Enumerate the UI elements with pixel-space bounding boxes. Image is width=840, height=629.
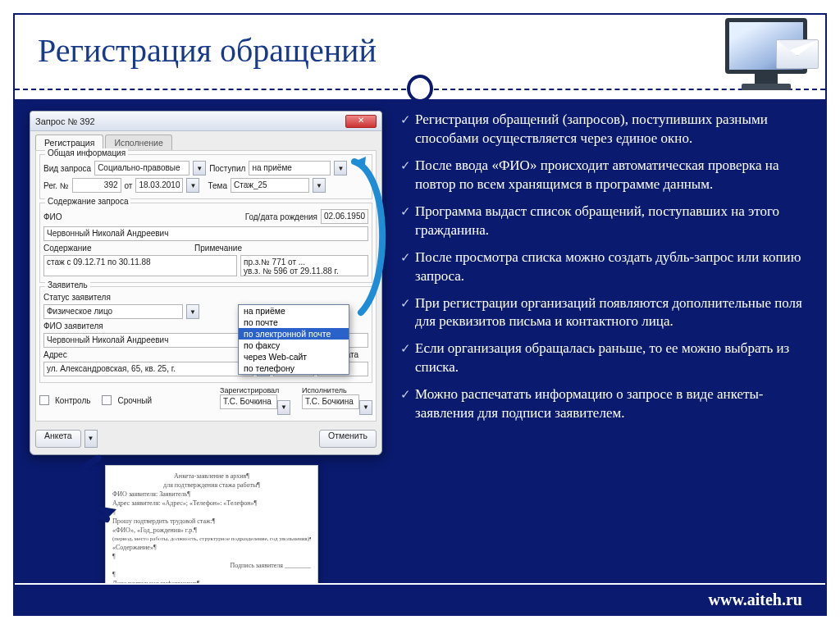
callout-arrow-icon <box>66 454 123 527</box>
doc-line: ФИО заявителя: Заявитель¶ <box>112 490 311 498</box>
footer-url: www.aiteh.ru <box>709 590 802 609</box>
executor-field[interactable]: Т.С. Бочкина <box>302 394 359 409</box>
label-registered-by: Зарегистрировал <box>220 386 290 394</box>
label-control: Контроль <box>55 396 90 405</box>
address-field[interactable]: ул. Александровская, 65, кв. 25, г. <box>43 362 253 376</box>
received-dropdown-button[interactable]: ▼ <box>334 161 347 175</box>
dialog-title: Запрос № 392 <box>35 116 345 126</box>
theme-dropdown-button[interactable]: ▼ <box>313 178 326 193</box>
label-theme: Тема <box>208 181 227 190</box>
label-fio: ФИО <box>43 212 65 221</box>
doc-line: «ФИО», «Год_рождения» г.р.¶ <box>112 526 311 534</box>
divider-ring-icon <box>407 75 433 102</box>
callout-arrow-icon <box>349 157 399 321</box>
doc-line: «Содержание»¶ <box>112 544 311 551</box>
anketa-button[interactable]: Анкета <box>35 430 81 448</box>
doc-line: Адрес заявителя: «Адрес»; «Телефон»: «Те… <box>112 499 311 507</box>
type-field[interactable]: Социально-правовые <box>94 161 189 175</box>
page-title: Регистрация обращений <box>38 31 802 70</box>
label-address: Адрес <box>43 350 260 359</box>
label-received: Поступил <box>209 164 245 173</box>
dropdown-option[interactable]: по телефону <box>239 362 349 374</box>
label-note: Примечание <box>194 244 242 253</box>
dropdown-option[interactable]: по почте <box>239 317 349 328</box>
regno-field[interactable]: 392 <box>72 178 121 193</box>
registered-by-dropdown-button[interactable]: ▼ <box>277 400 290 415</box>
monitor-email-icon <box>717 18 815 100</box>
label-regno: Рег. № <box>43 181 69 190</box>
doc-line: Подпись заявителя ________ <box>112 562 311 569</box>
cancel-button[interactable]: Отменить <box>319 430 377 448</box>
doc-line: ¶ <box>112 508 311 516</box>
label-type: Вид запроса <box>43 164 91 173</box>
status-dropdown-button[interactable]: ▼ <box>186 304 199 319</box>
group-general-title: Общая информация <box>45 148 128 157</box>
status-field[interactable]: Физическое лицо <box>43 304 183 319</box>
theme-field[interactable]: Стаж_25 <box>231 178 309 193</box>
doc-line: для подтверждения стажа работы¶ <box>112 481 311 489</box>
control-checkbox[interactable] <box>39 395 49 405</box>
received-field[interactable]: на приёме <box>249 161 331 175</box>
bullet-item: Регистрация обращений (запросов), поступ… <box>400 111 810 148</box>
label-fio-applicant: ФИО заявителя <box>43 321 103 330</box>
group-applicant-title: Заявитель <box>45 280 90 289</box>
urgent-checkbox[interactable] <box>102 395 112 405</box>
label-urgent: Срочный <box>117 396 152 405</box>
label-from: от <box>125 181 133 190</box>
bullet-item: При регистрации организаций появляются д… <box>400 294 810 332</box>
request-dialog: Запрос № 392 ✕ Регистрация Исполнение Об… <box>30 111 382 455</box>
label-birth: Год/дата рождения <box>245 212 317 221</box>
anketa-dropdown-button[interactable]: ▼ <box>84 430 98 448</box>
executor-dropdown-button[interactable]: ▼ <box>359 400 372 415</box>
dropdown-option[interactable]: на приёме <box>239 305 349 317</box>
dropdown-option[interactable]: по факсу <box>239 340 349 351</box>
doc-line: Анкета-заявление в архив¶ <box>112 472 311 480</box>
dropdown-option[interactable]: через Web-сайт <box>239 351 349 362</box>
bullet-item: Программа выдаст список обращений, посту… <box>400 203 810 240</box>
doc-line: Прошу подтвердить трудовой стаж:¶ <box>112 517 311 525</box>
bullet-item: Если организация обращалась раньше, то е… <box>400 340 810 377</box>
anketa-document-preview: Анкета-заявление в архив¶ для подтвержде… <box>105 465 318 583</box>
bullet-item: Можно распечатать информацию о запросе в… <box>400 385 810 423</box>
received-dropdown-list: на приёмепо почтепо электронной почтепо … <box>238 304 349 375</box>
label-status: Статус заявителя <box>43 293 111 302</box>
content-textarea[interactable]: стаж с 09.12.71 по 30.11.88 <box>43 255 237 276</box>
dropdown-option[interactable]: по электронной почте <box>239 328 349 340</box>
doc-line: (период, место работы, должность, структ… <box>112 536 311 542</box>
registered-by-field[interactable]: Т.С. Бочкина <box>220 394 277 409</box>
date-picker-button[interactable]: ▼ <box>186 178 199 193</box>
close-button[interactable]: ✕ <box>345 115 377 128</box>
label-content: Содержание <box>43 244 91 253</box>
bullet-item: После ввода «ФИО» происходит автоматичес… <box>400 157 810 194</box>
doc-line: ¶ <box>112 571 311 578</box>
date-field[interactable]: 18.03.2010 <box>135 178 183 193</box>
fio-field[interactable]: Червонный Николай Андреевич <box>43 226 368 241</box>
doc-line: ¶ <box>112 553 311 560</box>
label-executor: Исполнитель <box>302 386 372 394</box>
bullet-list: Регистрация обращений (запросов), поступ… <box>400 111 810 575</box>
group-content-title: Содержание запроса <box>45 197 130 206</box>
bullet-item: После просмотра списка можно создать дуб… <box>400 248 810 286</box>
doc-line: Дополнительная информация:¶ <box>112 580 311 583</box>
type-dropdown-button[interactable]: ▼ <box>193 161 206 175</box>
